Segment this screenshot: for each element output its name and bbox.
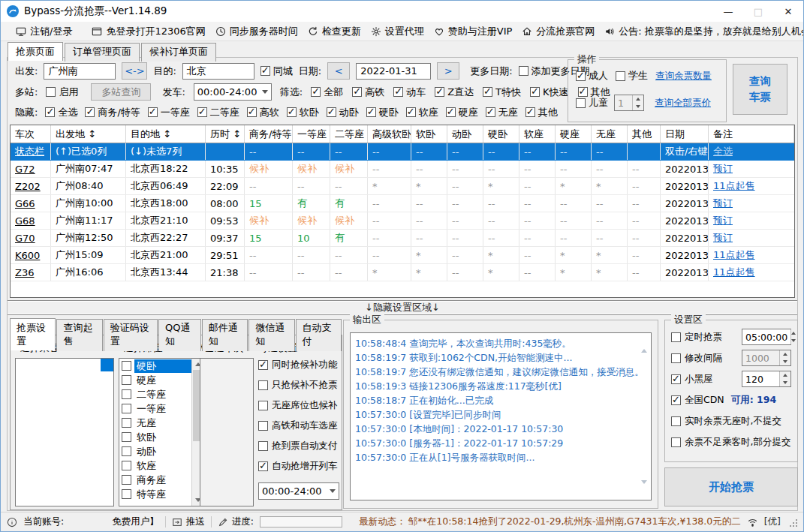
adult-row[interactable]: 成人: [576, 69, 608, 83]
minimize-button[interactable]: —: [713, 1, 743, 22]
add-more-dates-checkbox[interactable]: [519, 66, 528, 76]
table-cell[interactable]: 全选: [709, 143, 794, 160]
hide-11[interactable]: 其他: [525, 106, 558, 119]
table-row[interactable]: G66广州南10:00北京西18:0008:0015有有------------…: [11, 195, 794, 212]
column-header[interactable]: 备注: [709, 125, 794, 143]
student-row[interactable]: 学生: [616, 69, 648, 83]
column-header[interactable]: 硬座: [556, 125, 592, 143]
setting-checkbox-1[interactable]: [671, 353, 681, 363]
column-header[interactable]: 车次: [11, 125, 51, 143]
option-checkbox-2[interactable]: [258, 401, 268, 410]
table-cell[interactable]: 预订: [709, 230, 794, 246]
filter-1[interactable]: 高铁: [352, 86, 384, 99]
settings-tab[interactable]: QQ通知: [158, 319, 201, 351]
date-input[interactable]: 2022-01-31: [356, 63, 431, 80]
filter-5-checkbox[interactable]: [530, 87, 540, 97]
setting-checkbox-0[interactable]: [671, 332, 681, 342]
same-city-checkbox[interactable]: [260, 66, 270, 76]
table-cell[interactable]: 状态栏: [11, 143, 51, 160]
hide-2[interactable]: 一等座: [148, 106, 190, 119]
seat-listbox[interactable]: 硬卧硬座二等座一等座无座软卧动卧软座商务座特等座: [119, 358, 204, 506]
settings-tab[interactable]: 自动支付: [296, 319, 342, 351]
table-cell[interactable]: Z202: [11, 178, 51, 194]
toolbar-item-official-site[interactable]: 分流抢票官网: [522, 25, 595, 38]
seat-option[interactable]: 商务座: [119, 473, 191, 487]
seat-checkbox-7[interactable]: [122, 461, 131, 470]
seat-option[interactable]: 软座: [119, 458, 191, 473]
hide-8-checkbox[interactable]: [406, 107, 416, 117]
scroll-up-icon[interactable]: [641, 338, 647, 349]
hide-4-checkbox[interactable]: [247, 107, 257, 117]
main-tab[interactable]: 候补订单页面: [141, 43, 216, 62]
hide-2-checkbox[interactable]: [148, 107, 158, 117]
filter-3-checkbox[interactable]: [435, 87, 444, 97]
seat-checkbox-1[interactable]: [122, 375, 131, 385]
query-price-link[interactable]: 查询全部票价: [655, 97, 711, 110]
table-row[interactable]: Z36广州16:06北京西13:4421:38------**--*--**--…: [11, 264, 794, 281]
option-checkbox-1[interactable]: [258, 380, 268, 390]
filter-4-checkbox[interactable]: [483, 87, 492, 97]
hide-0-checkbox[interactable]: [45, 107, 55, 117]
option-checkbox-0[interactable]: [258, 360, 268, 370]
child-row[interactable]: 儿童: [576, 96, 608, 110]
filter-4[interactable]: T特快: [483, 86, 521, 99]
toolbar-item-open-12306[interactable]: 免登录打开12306官网: [92, 25, 205, 38]
setting-row[interactable]: 小黑屋120: [665, 368, 797, 389]
seat-option[interactable]: 无座: [119, 416, 191, 430]
passenger-listbox[interactable]: [15, 358, 114, 506]
next-date-button[interactable]: >: [437, 62, 459, 80]
multi-enable-checkbox[interactable]: [46, 87, 56, 97]
seat-checkbox-9[interactable]: [122, 489, 131, 499]
grab-option[interactable]: 同时抢候补功能: [258, 355, 341, 375]
multi-query-button[interactable]: 多站查询: [91, 83, 151, 101]
depart-input[interactable]: 广州南: [44, 63, 116, 80]
same-city-checkbox-row[interactable]: 同城: [260, 65, 293, 78]
prev-date-button[interactable]: <: [327, 62, 350, 80]
hide-10[interactable]: 无座: [486, 106, 518, 119]
column-header[interactable]: 动卧: [447, 125, 483, 143]
hide-9[interactable]: 硬座: [446, 106, 478, 119]
multi-enable-row[interactable]: 启用: [46, 86, 78, 99]
selected-train-listbox[interactable]: [200, 358, 254, 506]
passenger-list-scroll-thumb[interactable]: [101, 359, 113, 371]
seat-option[interactable]: 一等座: [119, 401, 191, 416]
option-checkbox-5[interactable]: [258, 461, 268, 471]
settings-tab[interactable]: 邮件通知: [202, 319, 248, 351]
grab-option[interactable]: 抢到票自动支付: [258, 436, 341, 456]
start-grab-button[interactable]: 开始抢票: [664, 467, 798, 506]
column-header[interactable]: 软卧: [411, 125, 447, 143]
table-row[interactable]: K600广州15:09北京西21:0029:51--------*--*--**…: [11, 247, 794, 264]
table-row[interactable]: G70广州南12:50北京西22:2709:371510有-----------…: [11, 230, 794, 247]
column-header[interactable]: 历时 ↕: [206, 125, 245, 143]
table-cell[interactable]: K600: [11, 247, 51, 263]
toolbar-item-set-proxy[interactable]: 设置代理: [371, 25, 424, 38]
column-header[interactable]: 目的地 ↕: [126, 125, 206, 143]
filter-0[interactable]: 全部: [311, 86, 343, 99]
table-cell[interactable]: 预订: [709, 212, 794, 229]
hide-7[interactable]: 硬卧: [366, 106, 399, 119]
student-checkbox[interactable]: [616, 71, 625, 81]
filter-1-checkbox[interactable]: [352, 87, 362, 97]
table-cell[interactable]: G70: [11, 230, 51, 246]
settings-tab[interactable]: 查询起售: [56, 319, 102, 351]
toolbar-item-check-update[interactable]: 检查更新: [308, 25, 361, 38]
option-checkbox-3[interactable]: [258, 421, 268, 431]
hide-4[interactable]: 高软: [247, 106, 279, 119]
output-log[interactable]: 10:58:48:4 查询完毕，本次查询共用时:435毫秒。10:58:19:7…: [350, 332, 652, 500]
setting-value-stepper[interactable]: 05:00:00: [742, 329, 791, 345]
toolbar-item-sponsor-vip[interactable]: 赞助与注册VIP: [434, 25, 513, 38]
column-header[interactable]: 出发地 ↕: [51, 125, 126, 143]
push-button[interactable]: 推送: [172, 515, 205, 528]
setting-value-stepper[interactable]: 120: [742, 371, 791, 387]
toolbar-item-logout-login[interactable]: 注销/登录: [16, 25, 72, 38]
setting-checkbox-5[interactable]: [671, 437, 681, 447]
seat-option[interactable]: 软卧: [119, 430, 191, 444]
table-cell[interactable]: Z36: [11, 264, 51, 281]
seat-option[interactable]: 二等座: [119, 387, 191, 401]
seat-option[interactable]: 动卧: [119, 444, 191, 458]
setting-checkbox-2[interactable]: [671, 374, 681, 384]
option-checkbox-4[interactable]: [258, 441, 268, 451]
spinner-arrows-icon[interactable]: [779, 371, 790, 386]
grab-option[interactable]: 高铁和动车选座: [258, 416, 341, 436]
seat-option[interactable]: 硬卧: [119, 359, 191, 373]
